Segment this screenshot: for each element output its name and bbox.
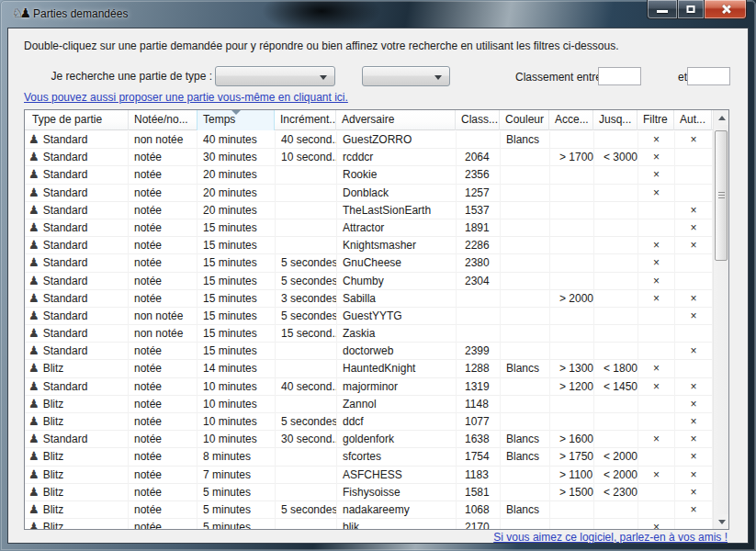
minimize-button[interactable] xyxy=(647,0,678,19)
table-row[interactable]: ♟Standardnotée20 minutesTheLastSionEarth… xyxy=(25,202,713,219)
cell: 2304 xyxy=(457,273,501,290)
window-controls xyxy=(647,0,747,19)
cell xyxy=(638,202,675,219)
cell xyxy=(550,237,594,254)
table-row[interactable]: ♟Standardnotée15 minutes5 secondesChumby… xyxy=(25,273,713,290)
column-header-7[interactable]: Couleur xyxy=(500,110,549,130)
cell xyxy=(501,467,550,484)
table-row[interactable]: ♟Blitznotée5 minutes5 secondesnadakareem… xyxy=(25,501,713,519)
rating-min-input[interactable] xyxy=(598,67,641,85)
table-row[interactable]: ♟Blitznotée5 minutesblik2170× xyxy=(25,519,713,529)
cell xyxy=(638,343,675,360)
cell: 2399 xyxy=(457,343,501,360)
table-row[interactable]: ♟Blitznotée10 minutesZannol1148× xyxy=(25,396,713,413)
column-header-5[interactable]: Adversaire xyxy=(336,110,456,130)
cell xyxy=(638,501,675,519)
share-app-link[interactable]: Si vous aimez ce logiciel, parlez-en à v… xyxy=(493,531,728,544)
cell: 10 minutes xyxy=(197,413,276,431)
close-button[interactable] xyxy=(705,0,747,19)
table-row[interactable]: ♟Standardnotée15 minutes3 secondesSabill… xyxy=(25,290,713,308)
cell: GnuCheese xyxy=(337,254,457,272)
table-row[interactable]: ♟Blitznotée10 minutes5 secondesddcf1077× xyxy=(25,413,713,431)
game-subtype-dropdown[interactable] xyxy=(362,66,450,86)
cell: Blancs xyxy=(501,431,550,448)
cell: notée xyxy=(129,290,197,308)
cell: 15 minutes xyxy=(197,290,276,308)
cell: < 1450 xyxy=(594,378,638,396)
table-row[interactable]: ♟Blitznotée8 minutessfcortes1754Blancs> … xyxy=(25,448,713,466)
propose-game-link[interactable]: Vous pouvez aussi proposer une partie vo… xyxy=(24,91,348,104)
cell: > 2000 xyxy=(550,290,594,308)
cell: × xyxy=(675,413,713,431)
column-header-9[interactable]: Jusq... xyxy=(593,110,638,130)
table-row[interactable]: ♟Standardnotée20 minutesDonblack1257× xyxy=(25,185,713,202)
column-header-label: Temps xyxy=(203,113,235,126)
pawn-icon: ♟ xyxy=(28,255,39,269)
scroll-down-button[interactable] xyxy=(714,514,729,529)
column-header-label: Aut... xyxy=(680,113,705,126)
table-row[interactable]: ♟Standardnotée10 minutes30 second...gold… xyxy=(25,431,713,448)
table-row[interactable]: ♟Standardnotée15 minutesKnightsmasher228… xyxy=(25,237,713,254)
table-row[interactable]: ♟Standardnotée15 minutesAttractor1891× xyxy=(25,219,713,237)
table-row[interactable]: ♟Standardnotée30 minutes10 second...rcdd… xyxy=(25,149,713,166)
table-row[interactable]: ♟Standardnon notée15 minutes15 second...… xyxy=(25,325,713,343)
pawn-icon: ♟ xyxy=(28,397,39,410)
column-header-11[interactable]: Aut... xyxy=(674,110,712,130)
cell: 15 minutes xyxy=(197,254,276,272)
scroll-up-icon xyxy=(718,116,726,120)
cell: 1148 xyxy=(457,396,501,413)
maximize-button[interactable] xyxy=(678,0,705,19)
cell xyxy=(501,484,550,501)
game-type-text: Standard xyxy=(43,204,88,217)
rating-max-input[interactable] xyxy=(687,67,730,85)
table-row[interactable]: ♟Standardnon notée40 minutes40 second...… xyxy=(25,131,713,149)
table-row[interactable]: ♟Blitznotée7 minutesASFCHESS1183> 1100< … xyxy=(25,467,713,484)
cell xyxy=(501,343,550,360)
cell: ♟Blitz xyxy=(25,360,129,377)
window-title: Parties demandées xyxy=(33,7,128,20)
column-header-1[interactable]: Type de partie xyxy=(25,110,129,130)
cell xyxy=(638,484,675,501)
table-row[interactable]: ♟Standardnotée15 minutes5 secondesGnuChe… xyxy=(25,254,713,272)
cell: 5 secondes xyxy=(276,501,337,519)
cell: doctorweb xyxy=(337,343,457,360)
table-row[interactable]: ♟Standardnotée20 minutesRookie2356× xyxy=(25,166,713,184)
column-header-10[interactable]: Filtre xyxy=(638,110,674,130)
vertical-scrollbar[interactable] xyxy=(713,110,728,529)
games-table: Type de partieNotée/no...TempsIncrément.… xyxy=(24,109,729,530)
table-row[interactable]: ♟Standardnon notée15 minutes5 secondesGu… xyxy=(25,308,713,325)
chevron-down-icon xyxy=(320,75,327,80)
cell: ♟Standard xyxy=(25,378,129,396)
table-row[interactable]: ♟Blitznotée14 minutesHauntedKnight1288Bl… xyxy=(25,360,713,377)
cell xyxy=(501,519,550,529)
cell: GuestYYTG xyxy=(337,308,457,325)
scroll-up-button[interactable] xyxy=(714,110,729,125)
table-row[interactable]: ♟Standardnotée15 minutesdoctorweb2399× xyxy=(25,343,713,360)
scrollbar-thumb[interactable] xyxy=(715,130,728,261)
cell: 15 minutes xyxy=(197,325,276,343)
game-type-dropdown[interactable] xyxy=(215,66,335,86)
column-header-3[interactable]: Temps xyxy=(197,110,275,130)
pawn-icon: ♟ xyxy=(28,132,39,146)
scrollbar-grip-icon xyxy=(718,192,725,199)
cell xyxy=(276,202,337,219)
cell: ♟Standard xyxy=(25,166,129,184)
column-header-8[interactable]: Acce... xyxy=(549,110,593,130)
cell: 40 second... xyxy=(276,378,337,396)
column-header-4[interactable]: Incrément... xyxy=(275,110,336,130)
cell: 2286 xyxy=(457,237,501,254)
cell: < 2300 xyxy=(594,484,638,501)
column-header-6[interactable]: Class... xyxy=(456,110,500,130)
column-header-2[interactable]: Notée/no... xyxy=(129,110,197,130)
cell: Rookie xyxy=(337,166,457,184)
cell: Zannol xyxy=(337,396,457,413)
table-row[interactable]: ♟Standardnotée10 minutes40 second...majo… xyxy=(25,378,713,396)
cell xyxy=(594,431,638,448)
cell: ♟Standard xyxy=(25,219,129,237)
cell: 1288 xyxy=(457,360,501,377)
cell: 14 minutes xyxy=(197,360,276,377)
cell: × xyxy=(638,237,675,254)
cell: non notée xyxy=(129,308,197,325)
cell: notée xyxy=(129,501,197,519)
table-row[interactable]: ♟Blitznotée5 minutesFishysoisse1581> 150… xyxy=(25,484,713,501)
